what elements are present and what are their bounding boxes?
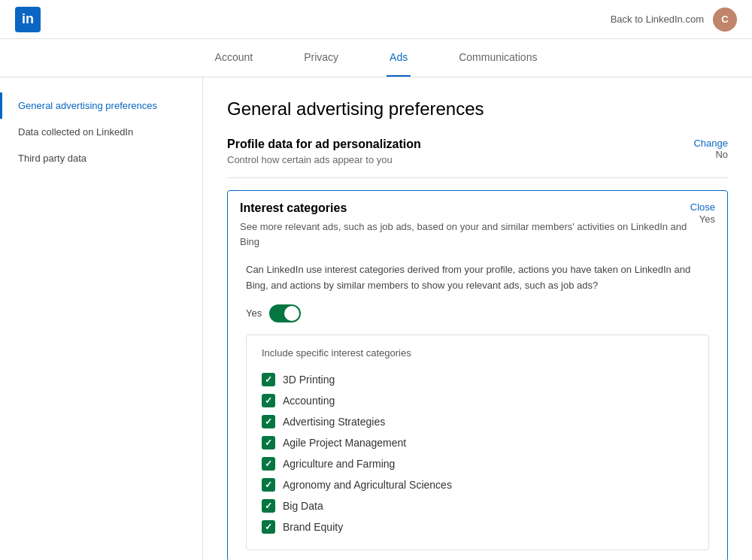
toggle-knob bbox=[284, 306, 299, 321]
tab-ads[interactable]: Ads bbox=[387, 39, 411, 77]
avatar[interactable]: C bbox=[713, 8, 737, 32]
linkedin-logo-icon: in bbox=[15, 7, 41, 32]
tab-account[interactable]: Account bbox=[212, 39, 256, 77]
category-label: Big Data bbox=[283, 500, 323, 512]
checkbox-checked-icon[interactable] bbox=[262, 478, 275, 492]
profile-section: Profile data for ad personalization Cont… bbox=[227, 138, 728, 178]
list-item[interactable]: Accounting bbox=[262, 390, 693, 411]
profile-section-text: Profile data for ad personalization Cont… bbox=[227, 138, 421, 165]
back-to-linkedin-link[interactable]: Back to LinkedIn.com bbox=[611, 14, 704, 25]
checkbox-checked-icon[interactable] bbox=[262, 520, 275, 534]
sidebar-item-third-party[interactable]: Third party data bbox=[0, 145, 202, 171]
toggle-row: Yes bbox=[246, 304, 709, 322]
profile-section-title: Profile data for ad personalization bbox=[227, 138, 421, 151]
checkbox-checked-icon[interactable] bbox=[262, 394, 275, 407]
checkbox-checked-icon[interactable] bbox=[262, 373, 275, 386]
interest-box-action: Close Yes bbox=[690, 201, 715, 225]
change-value: No bbox=[693, 149, 728, 160]
change-link[interactable]: Change bbox=[693, 138, 728, 149]
nav-tabs: Account Privacy Ads Communications bbox=[0, 39, 752, 77]
toggle-label: Yes bbox=[246, 307, 262, 319]
content-area: General advertising preferences Profile … bbox=[203, 77, 752, 560]
tab-communications[interactable]: Communications bbox=[456, 39, 540, 77]
profile-section-action: Change No bbox=[693, 138, 728, 160]
categories-container: Include specific interest categories 3D … bbox=[246, 334, 709, 550]
categories-header: Include specific interest categories bbox=[262, 347, 693, 359]
interest-box-title: Interest categories bbox=[240, 201, 690, 215]
category-label: Agriculture and Farming bbox=[283, 458, 395, 470]
category-label: 3D Printing bbox=[283, 374, 335, 386]
interest-box-title-wrap: Interest categories See more relevant ad… bbox=[240, 201, 690, 249]
interest-categories-box: Interest categories See more relevant ad… bbox=[227, 190, 728, 560]
list-item[interactable]: Big Data bbox=[262, 495, 693, 516]
checkbox-checked-icon[interactable] bbox=[262, 499, 275, 513]
checkbox-checked-icon[interactable] bbox=[262, 436, 275, 450]
interest-yes-value: Yes bbox=[699, 213, 715, 225]
page-title: General advertising preferences bbox=[227, 98, 728, 120]
checkbox-checked-icon[interactable] bbox=[262, 457, 275, 471]
main-layout: General advertising preferences Data col… bbox=[0, 77, 752, 560]
topbar: in Back to LinkedIn.com C bbox=[0, 0, 752, 39]
interest-box-header: Interest categories See more relevant ad… bbox=[240, 201, 715, 249]
category-label: Agile Project Management bbox=[283, 437, 406, 449]
toggle-section: Can LinkedIn use interest categories der… bbox=[240, 262, 715, 550]
toggle-switch[interactable] bbox=[269, 304, 301, 322]
category-label: Advertising Strategies bbox=[283, 416, 385, 428]
list-item[interactable]: Agronomy and Agricultural Sciences bbox=[262, 474, 693, 495]
sidebar-item-data-collected[interactable]: Data collected on LinkedIn bbox=[0, 119, 202, 145]
tab-privacy[interactable]: Privacy bbox=[301, 39, 341, 77]
profile-section-subtitle: Control how certain ads appear to you bbox=[227, 154, 421, 165]
category-label: Agronomy and Agricultural Sciences bbox=[283, 479, 452, 491]
list-item[interactable]: Agriculture and Farming bbox=[262, 453, 693, 474]
category-list: 3D PrintingAccountingAdvertising Strateg… bbox=[262, 369, 693, 537]
close-link[interactable]: Close bbox=[690, 201, 715, 213]
list-item[interactable]: 3D Printing bbox=[262, 369, 693, 390]
toggle-question: Can LinkedIn use interest categories der… bbox=[246, 262, 709, 294]
interest-box-desc: See more relevant ads, such as job ads, … bbox=[240, 219, 690, 249]
list-item[interactable]: Advertising Strategies bbox=[262, 411, 693, 432]
sidebar-item-general-advertising[interactable]: General advertising preferences bbox=[0, 92, 202, 119]
sidebar: General advertising preferences Data col… bbox=[0, 77, 203, 560]
list-item[interactable]: Brand Equity bbox=[262, 516, 693, 537]
checkbox-checked-icon[interactable] bbox=[262, 415, 275, 428]
category-label: Accounting bbox=[283, 395, 335, 407]
list-item[interactable]: Agile Project Management bbox=[262, 432, 693, 453]
topbar-right: Back to LinkedIn.com C bbox=[611, 8, 737, 32]
category-label: Brand Equity bbox=[283, 521, 343, 533]
